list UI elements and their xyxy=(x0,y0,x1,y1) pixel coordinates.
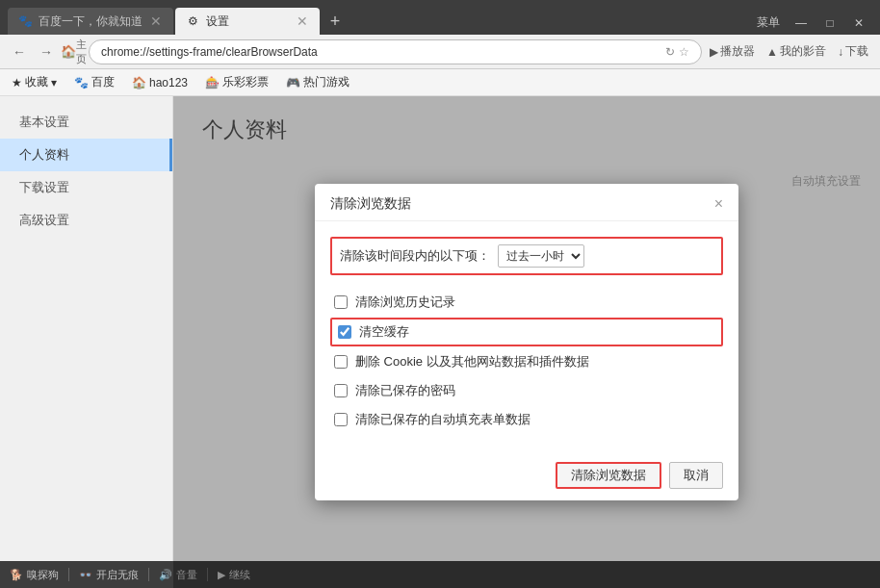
time-range-row: 清除该时间段内的以下项： 过去一小时 过去一天 过去一周 过去四周 全部 xyxy=(330,237,723,275)
checkbox-autofill-label[interactable]: 清除已保存的自动填充表单数据 xyxy=(355,411,531,428)
tab-baidu-icon: 🐾 xyxy=(17,13,33,29)
checkbox-cache-row: 清空缓存 xyxy=(330,318,723,346)
address-text: chrome://settings-frame/clearBrowserData xyxy=(101,45,665,59)
sniffer-icon: 🐕 xyxy=(10,569,23,581)
forward-button[interactable]: → xyxy=(35,40,58,64)
cancel-button[interactable]: 取消 xyxy=(669,462,723,489)
checkbox-cookies-label[interactable]: 删除 Cookie 以及其他网站数据和插件数据 xyxy=(355,353,589,371)
dialog-close-button[interactable]: × xyxy=(714,196,723,212)
bottom-sep-1 xyxy=(68,568,69,581)
tab-settings-close[interactable]: ✕ xyxy=(295,13,310,29)
content-area: 个人资料 自动填充设置 清除浏览数据 × 清除该时间段内的以下项： 过去一小时 xyxy=(173,96,880,588)
menu-button[interactable]: 菜单 xyxy=(749,11,788,35)
bookmark-games[interactable]: 🎮 热门游戏 xyxy=(282,72,353,92)
checkbox-passwords-label[interactable]: 清除已保存的密码 xyxy=(355,382,455,399)
dialog-title: 清除浏览数据 xyxy=(330,195,411,213)
close-window-button[interactable]: ✕ xyxy=(845,13,872,34)
bookmark-baidu[interactable]: 🐾 百度 xyxy=(70,72,118,92)
checkbox-cookies[interactable] xyxy=(334,355,348,369)
dialog-footer: 清除浏览数据 取消 xyxy=(315,450,738,500)
sidebar-item-advanced[interactable]: 高级设置 xyxy=(0,204,172,237)
volume-icon: 🔊 xyxy=(159,569,172,581)
myvideos-button[interactable]: ▲ 我的影音 xyxy=(763,41,830,62)
clear-browser-data-dialog: 清除浏览数据 × 清除该时间段内的以下项： 过去一小时 过去一天 过去一周 过去… xyxy=(315,184,738,500)
tab-baidu-title: 百度一下，你就知道 xyxy=(39,13,142,30)
clear-data-button[interactable]: 清除浏览数据 xyxy=(556,462,661,489)
address-icons: ↻ ☆ xyxy=(665,45,689,59)
incognito-label: 开启无痕 xyxy=(96,568,139,582)
home-button[interactable]: 🏠 主页 xyxy=(62,40,85,64)
nav-right: ▶ 播放器 ▲ 我的影音 ↓ 下载 xyxy=(706,41,872,62)
window-controls: — □ ✕ xyxy=(788,13,872,34)
checkbox-autofill-row: 清除已保存的自动填充表单数据 xyxy=(330,406,723,433)
tab-baidu-close[interactable]: ✕ xyxy=(148,13,164,29)
sidebar-item-profile[interactable]: 个人资料 xyxy=(0,139,172,171)
bookmark-favorites[interactable]: ★ 收藏 ▾ xyxy=(8,72,61,92)
bookmarks-bar: ★ 收藏 ▾ 🐾 百度 🏠 hao123 🎰 乐彩彩票 🎮 热门游戏 xyxy=(0,69,880,96)
bottom-sniffer[interactable]: 🐕 嗅探狗 xyxy=(10,568,59,582)
bottom-incognito[interactable]: 👓 开启无痕 xyxy=(79,568,139,582)
back-button[interactable]: ← xyxy=(8,40,31,64)
main-area: 基本设置 个人资料 下载设置 高级设置 个人资料 自动填充设置 清除浏览数据 ×… xyxy=(0,96,880,588)
incognito-icon: 👓 xyxy=(79,569,92,581)
player-button[interactable]: ▶ 播放器 xyxy=(706,41,759,62)
sidebar-item-basic[interactable]: 基本设置 xyxy=(0,106,172,139)
checkbox-cache[interactable] xyxy=(338,325,351,339)
refresh-icon[interactable]: ↻ xyxy=(665,45,675,59)
nav-bar: ← → 🏠 主页 chrome://settings-frame/clearBr… xyxy=(0,35,880,69)
sidebar: 基本设置 个人资料 下载设置 高级设置 xyxy=(0,96,173,588)
dialog-overlay: 清除浏览数据 × 清除该时间段内的以下项： 过去一小时 过去一天 过去一周 过去… xyxy=(173,96,880,588)
checkbox-cache-label[interactable]: 清空缓存 xyxy=(359,323,409,341)
tab-baidu[interactable]: 🐾 百度一下，你就知道 ✕ xyxy=(8,8,173,35)
new-tab-button[interactable]: + xyxy=(322,8,349,35)
checkbox-autofill[interactable] xyxy=(334,413,348,426)
tab-settings-icon: ⚙ xyxy=(185,13,200,29)
time-range-select[interactable]: 过去一小时 过去一天 过去一周 过去四周 全部 xyxy=(498,244,584,268)
restore-button[interactable]: □ xyxy=(816,13,843,34)
checkbox-history[interactable] xyxy=(334,295,348,309)
sniffer-label: 嗅探狗 xyxy=(27,568,59,582)
tab-settings[interactable]: ⚙ 设置 ✕ xyxy=(175,8,320,35)
star-icon[interactable]: ☆ xyxy=(679,45,689,59)
bookmark-lottery[interactable]: 🎰 乐彩彩票 xyxy=(201,72,272,92)
tab-bar: 🐾 百度一下，你就知道 ✕ ⚙ 设置 ✕ + 菜单 — □ ✕ xyxy=(0,0,880,35)
checkbox-passwords[interactable] xyxy=(334,384,348,397)
time-range-label: 清除该时间段内的以下项： xyxy=(340,247,490,265)
checkbox-cookies-row: 删除 Cookie 以及其他网站数据和插件数据 xyxy=(330,348,723,375)
sidebar-item-download[interactable]: 下载设置 xyxy=(0,171,172,204)
minimize-button[interactable]: — xyxy=(788,13,815,34)
checkbox-history-row: 清除浏览历史记录 xyxy=(330,289,723,316)
download-button[interactable]: ↓ 下载 xyxy=(834,41,872,62)
bookmark-hao123[interactable]: 🏠 hao123 xyxy=(128,74,192,91)
tab-bar-right: 菜单 — □ ✕ xyxy=(749,11,872,35)
checkbox-passwords-row: 清除已保存的密码 xyxy=(330,377,723,404)
dialog-body: 清除该时间段内的以下项： 过去一小时 过去一天 过去一周 过去四周 全部 清除浏… xyxy=(315,221,738,450)
dialog-titlebar: 清除浏览数据 × xyxy=(315,184,738,221)
address-bar[interactable]: chrome://settings-frame/clearBrowserData… xyxy=(89,39,702,64)
checkbox-history-label[interactable]: 清除浏览历史记录 xyxy=(355,294,455,311)
tab-settings-title: 设置 xyxy=(206,13,289,30)
bottom-sep-2 xyxy=(148,568,149,581)
